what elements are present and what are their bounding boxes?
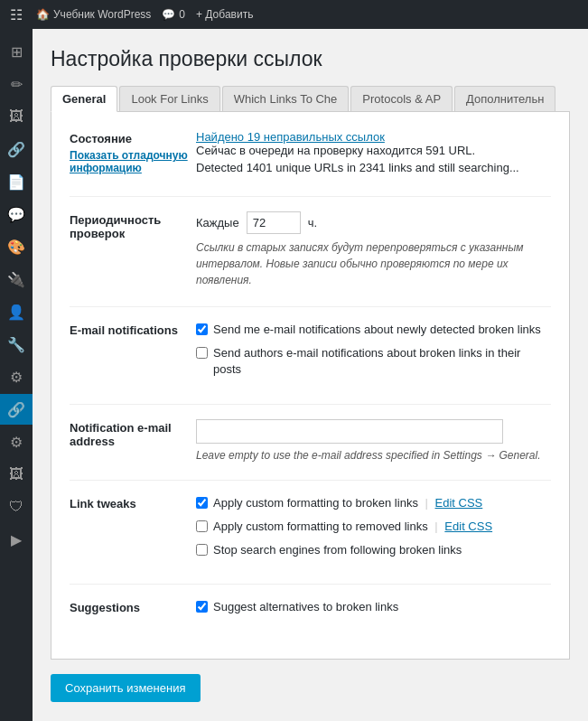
divider2 [70,306,551,307]
sidebar-appearance[interactable]: 🎨 [0,231,33,262]
status-line1: Сейчас в очереди на проверку находится 5… [196,144,551,157]
link-tweaks-value: Apply custom formatting to broken links … [196,495,551,566]
email-check1[interactable] [196,323,208,335]
sidebar-dashboard[interactable]: ⊞ [0,36,33,67]
link-tweaks-row: Link tweaks Apply custom formatting to b… [70,495,551,566]
sidebar-settings[interactable]: ⚙ [0,361,33,392]
tab-which-links[interactable]: Which Links To Che [222,86,350,111]
tweak3-label: Stop search engines from following broke… [213,542,462,558]
tweak1-label: Apply custom formatting to broken links … [213,495,482,511]
suggestions-row: Suggestions Suggest alternatives to brok… [70,599,551,623]
tab-protocols[interactable]: Protocols & AP [350,86,453,111]
sidebar-extra1[interactable]: ⚙ [0,426,33,457]
suggestion-checkbox[interactable] [196,601,208,613]
sidebar-extra4[interactable]: ▶ [0,524,33,555]
add-label: + Добавить [196,8,253,21]
divider1 [70,196,551,197]
divider4 [70,480,551,481]
comments-link[interactable]: 💬 0 [162,8,185,21]
email-addr-row: Notification e-mail address Leave empty … [70,419,551,462]
frequency-note: Ссылки в старых записях будут перепровер… [196,239,551,288]
tweak2-label: Apply custom formatting to removed links… [213,519,492,535]
email-check2-label: Send authors e-mail notifications about … [213,345,551,378]
status-value: Найдено 19 неправильных ссылок Сейчас в … [196,130,551,178]
tweak3-checkbox[interactable] [196,544,208,556]
email-check1-label: Send me e-mail notifications about newly… [213,322,541,338]
sidebar-plugins[interactable]: 🔌 [0,264,33,295]
sidebar-comments[interactable]: 💬 [0,199,33,229]
email-addr-label: Notification e-mail address [70,419,196,448]
sidebar-extra2[interactable]: 🖼 [0,459,33,490]
sidebar-media[interactable]: 🖼 [0,101,33,132]
admin-bar: ☷ 🏠 Учебник WordPress 💬 0 + Добавить [0,0,588,29]
email-notif-row: E-mail notifications Send me e-mail noti… [70,322,551,386]
email-check2-row: Send authors e-mail notifications about … [196,345,551,378]
link-tweaks-label: Link tweaks [70,495,196,510]
comments-icon: 💬 [162,8,175,21]
sidebar: ⊞ ✏ 🖼 🔗 📄 💬 🎨 🔌 👤 🔧 ⚙ 🔗 ⚙ 🖼 🛡 ▶ [0,29,33,721]
content-area: Настройка проверки ссылок General Look F… [33,29,588,721]
divider5 [70,584,551,585]
status-line2: Detected 1401 unique URLs in 2341 links … [196,161,551,174]
sidebar-posts[interactable]: ✏ [0,69,33,99]
email-check1-row: Send me e-mail notifications about newly… [196,322,551,338]
sidebar-pages[interactable]: 📄 [0,166,33,197]
status-label: Состояние Показать отладочную информацию [70,130,196,174]
settings-panel: Состояние Показать отладочную информацию… [51,112,570,660]
house-icon: 🏠 [36,8,50,21]
suggestion-label: Suggest alternatives to broken links [213,599,398,615]
tab-additional[interactable]: Дополнительн [454,86,555,111]
sidebar-extra3[interactable]: 🛡 [0,492,33,522]
page-title: Настройка проверки ссылок [51,47,570,71]
frequency-label: Периодичность проверок [70,211,196,240]
add-new-link[interactable]: + Добавить [196,8,253,21]
tweak1-edit-css-link[interactable]: Edit CSS [435,496,483,510]
tab-general[interactable]: General [51,86,117,112]
email-notif-value: Send me e-mail notifications about newly… [196,322,551,386]
tabs-bar: General Look For Links Which Links To Ch… [51,86,570,112]
debug-link[interactable]: Показать отладочную информацию [70,149,196,174]
frequency-unit: ч. [308,216,317,229]
divider3 [70,404,551,405]
sidebar-tools[interactable]: 🔧 [0,329,33,360]
wp-logo-icon[interactable]: ☷ [7,5,25,23]
suggestions-label: Suggestions [70,599,196,614]
email-notif-label: E-mail notifications [70,322,196,337]
tweak2-checkbox[interactable] [196,520,208,532]
suggestion-check-row: Suggest alternatives to broken links [196,599,551,615]
save-button[interactable]: Сохранить изменения [51,674,201,702]
frequency-row: Периодичность проверок Каждые ч. Ссылки … [70,211,551,288]
sidebar-broken-links[interactable]: 🔗 [0,394,33,425]
email-addr-value: Leave empty to use the e-mail address sp… [196,419,551,462]
comments-count: 0 [179,8,185,21]
email-hint: Leave empty to use the e-mail address sp… [196,449,551,462]
frequency-input-row: Каждые ч. [196,211,551,234]
suggestions-value: Suggest alternatives to broken links [196,599,551,623]
frequency-value: Каждые ч. Ссылки в старых записях будут … [196,211,551,288]
sidebar-users[interactable]: 👤 [0,296,33,327]
frequency-prefix: Каждые [196,216,239,229]
tweak1-checkbox[interactable] [196,497,208,509]
sidebar-links[interactable]: 🔗 [0,134,33,164]
email-address-input[interactable] [196,419,503,444]
home-label: Учебник WordPress [53,8,151,21]
tweak3-row: Stop search engines from following broke… [196,542,551,558]
tweak1-row: Apply custom formatting to broken links … [196,495,551,511]
tweak2-edit-css-link[interactable]: Edit CSS [444,520,492,533]
home-link[interactable]: 🏠 Учебник WordPress [36,8,151,21]
main-layout: ⊞ ✏ 🖼 🔗 📄 💬 🎨 🔌 👤 🔧 ⚙ 🔗 ⚙ 🖼 🛡 ▶ Настройк… [0,29,588,721]
tweak2-row: Apply custom formatting to removed links… [196,519,551,535]
frequency-input[interactable] [247,211,301,234]
broken-links-link[interactable]: Найдено 19 неправильных ссылок [196,130,385,144]
tab-look-for-links[interactable]: Look For Links [119,86,219,111]
email-check2[interactable] [196,347,208,359]
status-row: Состояние Показать отладочную информацию… [70,130,551,178]
